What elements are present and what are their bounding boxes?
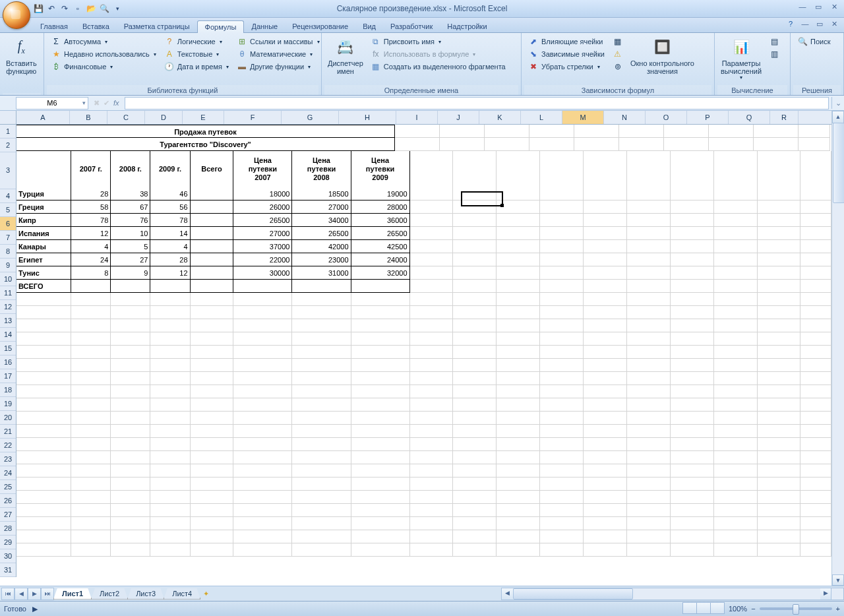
cell-P29[interactable] (714, 517, 758, 530)
cell-P10[interactable] (714, 266, 758, 280)
cell-Q2[interactable] (754, 138, 799, 151)
cell-Q29[interactable] (758, 517, 801, 530)
cell-M16[interactable] (584, 346, 627, 359)
cell-F19[interactable] (233, 385, 292, 398)
cell-A11[interactable]: ВСЕГО (16, 280, 71, 293)
cell-I23[interactable] (410, 438, 454, 451)
cell-N17[interactable] (627, 359, 671, 372)
cell-J17[interactable] (453, 359, 497, 372)
cell-L4[interactable] (540, 187, 584, 200)
cell-B10[interactable]: 8 (71, 266, 111, 280)
cell-P21[interactable] (714, 412, 758, 425)
cell-C13[interactable] (111, 306, 150, 319)
cell-M22[interactable] (584, 425, 627, 438)
cell-R25[interactable] (800, 464, 831, 477)
cell-C24[interactable] (111, 451, 150, 464)
cell-R3[interactable] (800, 151, 831, 188)
cell-A14[interactable] (16, 319, 71, 332)
cell-K25[interactable] (497, 464, 540, 477)
cell-O26[interactable] (671, 477, 714, 491)
cell-M5[interactable] (584, 200, 627, 214)
cell-M14[interactable] (584, 319, 627, 332)
cell-B24[interactable] (71, 451, 111, 464)
cell-D14[interactable] (150, 319, 190, 332)
cell-Q7[interactable] (758, 227, 801, 240)
cell-L11[interactable] (540, 280, 584, 293)
office-button[interactable] (3, 1, 30, 29)
col-header-O[interactable]: O (646, 111, 687, 124)
row-header-14[interactable]: 14 (0, 328, 16, 342)
cell-R5[interactable] (800, 200, 831, 214)
cell-Q17[interactable] (758, 359, 801, 372)
row-header-27[interactable]: 27 (0, 508, 16, 522)
cell-Q22[interactable] (758, 425, 801, 438)
vertical-scrollbar[interactable]: ▲ ▼ (831, 111, 844, 586)
cell-R9[interactable] (800, 253, 831, 266)
cell-C28[interactable] (111, 504, 150, 517)
cell-K9[interactable] (497, 253, 540, 266)
cell-R19[interactable] (800, 385, 831, 398)
cell-P26[interactable] (714, 477, 758, 491)
cell-K4[interactable] (497, 187, 540, 200)
cell-K2[interactable] (485, 138, 529, 151)
cell-G14[interactable] (292, 319, 351, 332)
expand-formula-bar-icon[interactable]: ⌄ (831, 97, 844, 109)
cell-H21[interactable] (351, 412, 410, 425)
cell-Q1[interactable] (754, 125, 799, 138)
cell-B20[interactable] (71, 398, 111, 412)
new-icon[interactable]: ▫ (73, 3, 83, 14)
cell-G16[interactable] (292, 346, 351, 359)
row-header-12[interactable]: 12 (0, 300, 16, 314)
cell-I21[interactable] (410, 412, 454, 425)
cell-K17[interactable] (497, 359, 540, 372)
cell-N11[interactable] (627, 280, 671, 293)
cell-K3[interactable] (497, 151, 540, 188)
cell-I15[interactable] (410, 332, 454, 346)
cell-P20[interactable] (714, 398, 758, 412)
recent-button[interactable]: ★Недавно использовались▾ (49, 48, 158, 60)
col-header-E[interactable]: E (183, 111, 224, 124)
cell-C10[interactable]: 9 (111, 266, 150, 280)
cell-J22[interactable] (453, 425, 497, 438)
col-header-Q[interactable]: Q (729, 111, 770, 124)
cell-P12[interactable] (714, 293, 758, 306)
cell-E29[interactable] (191, 517, 234, 530)
cell-Q19[interactable] (758, 385, 801, 398)
cell-F27[interactable] (233, 491, 292, 504)
cell-H10[interactable]: 32000 (351, 266, 410, 280)
cell-D7[interactable]: 14 (150, 227, 190, 240)
cell-H12[interactable] (351, 293, 410, 306)
cell-B7[interactable]: 12 (71, 227, 111, 240)
cell-A31[interactable] (16, 543, 71, 557)
cell-O15[interactable] (671, 332, 714, 346)
cell-G19[interactable] (292, 385, 351, 398)
cell-H25[interactable] (351, 464, 410, 477)
datetime-button[interactable]: 🕐Дата и время▾ (162, 61, 231, 73)
cell-F4[interactable]: 18000 (233, 187, 292, 200)
cell-Q3[interactable] (758, 151, 801, 188)
cell-C7[interactable]: 10 (111, 227, 150, 240)
cell-N16[interactable] (627, 346, 671, 359)
cell-Q24[interactable] (758, 451, 801, 464)
cell-P27[interactable] (714, 491, 758, 504)
cell-M2[interactable] (574, 138, 619, 151)
cell-A8[interactable]: Канары (16, 240, 71, 253)
row-header-18[interactable]: 18 (0, 383, 16, 397)
cell-N3[interactable] (627, 151, 671, 188)
cell-L6[interactable] (540, 214, 584, 227)
cell-N22[interactable] (627, 425, 671, 438)
cell-N5[interactable] (627, 200, 671, 214)
name-manager-button[interactable]: 📇 Диспетчер имен (324, 34, 367, 75)
minimize-icon[interactable]: — (797, 2, 808, 11)
cell-R4[interactable] (800, 187, 831, 200)
cell-J18[interactable] (453, 372, 497, 385)
cell-C29[interactable] (111, 517, 150, 530)
cell-F11[interactable] (233, 280, 292, 293)
formula-input[interactable] (125, 97, 829, 109)
cell-E12[interactable] (191, 293, 234, 306)
cell-R1[interactable] (799, 125, 830, 138)
cell-J27[interactable] (453, 491, 497, 504)
cell-C6[interactable]: 76 (111, 214, 150, 227)
scroll-right-icon[interactable]: ▶ (820, 588, 831, 600)
cell-H22[interactable] (351, 425, 410, 438)
